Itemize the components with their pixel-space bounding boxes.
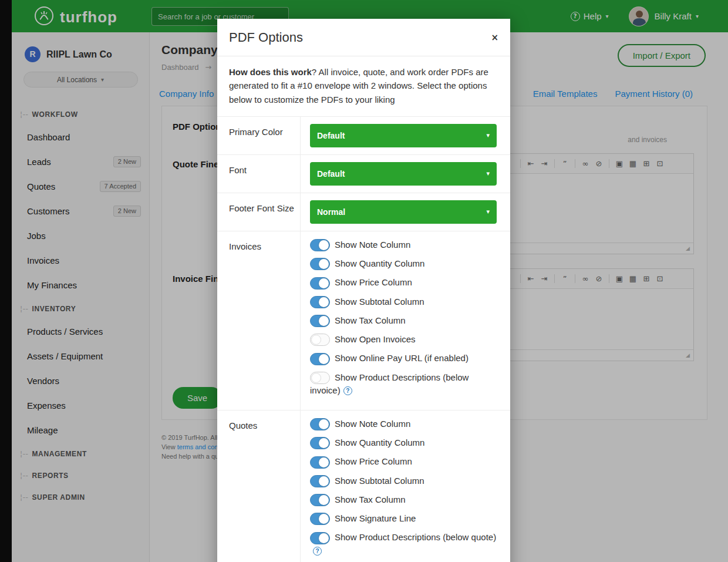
field-label: Font <box>217 155 301 193</box>
toggle-show-signature-line[interactable] <box>310 513 330 525</box>
toggle-row-show-note-column: Show Note Column <box>310 238 501 251</box>
help-icon[interactable]: ? <box>343 386 352 395</box>
toggle-label: Show Price Column <box>335 456 412 466</box>
modal-row-invoices: InvoicesShow Note ColumnShow Quantity Co… <box>217 231 510 410</box>
toggle-row-show-note-column: Show Note Column <box>310 418 501 430</box>
toggle-knob <box>319 354 329 364</box>
toggle-row-show-price-column: Show Price Column <box>310 455 501 468</box>
chevron-down-icon: ▾ <box>486 162 490 186</box>
toggle-label: Show Product Descriptions (below quote) <box>335 532 496 542</box>
toggle-knob <box>311 373 321 383</box>
toggle-label: Show Note Column <box>335 240 410 250</box>
modal-row-quotes: QuotesShow Note ColumnShow Quantity Colu… <box>217 410 510 562</box>
toggle-show-note-column[interactable] <box>310 418 330 430</box>
intro-bold-text: How does this work <box>229 67 312 77</box>
toggle-show-price-column[interactable] <box>310 277 330 290</box>
toggle-knob <box>319 476 329 486</box>
select-value: Default <box>317 124 345 147</box>
select-footer-font-size[interactable]: Normal▾ <box>310 200 497 224</box>
toggle-show-tax-column[interactable] <box>310 315 330 327</box>
toggle-label: Show Tax Column <box>335 315 406 325</box>
toggle-row-show-quantity-column: Show Quantity Column <box>310 257 501 270</box>
toggle-label: Show Price Column <box>335 277 412 287</box>
toggle-show-online-pay-url-if-enabled[interactable] <box>310 353 330 365</box>
field-control: Default▾ <box>301 117 510 154</box>
select-value: Normal <box>317 200 345 224</box>
toggle-label: Show Subtotal Column <box>335 476 424 486</box>
select-font[interactable]: Default▾ <box>310 162 497 186</box>
toggle-row-show-price-column: Show Price Column <box>310 276 501 289</box>
toggle-row-show-quantity-column: Show Quantity Column <box>310 436 501 449</box>
toggle-show-note-column[interactable] <box>310 239 330 251</box>
toggle-label: Show Online Pay URL (if enabled) <box>335 353 469 363</box>
chevron-down-icon: ▾ <box>486 124 490 147</box>
field-label: Primary Color <box>217 117 301 154</box>
toggle-label: Show Subtotal Column <box>335 297 424 307</box>
modal-row-font: FontDefault▾ <box>217 155 510 193</box>
modal-header: PDF Options × <box>217 19 510 56</box>
field-control: Normal▾ <box>301 193 510 231</box>
modal-title: PDF Options <box>229 30 303 45</box>
chevron-down-icon: ▾ <box>486 200 490 224</box>
toggle-knob <box>319 419 329 429</box>
modal-row-primary-color: Primary ColorDefault▾ <box>217 117 510 155</box>
toggle-knob <box>311 335 321 345</box>
help-icon[interactable]: ? <box>313 547 322 556</box>
toggle-show-quantity-column[interactable] <box>310 258 330 270</box>
toggle-show-product-descriptions-below-invoice[interactable] <box>310 372 330 384</box>
toggle-show-subtotal-column[interactable] <box>310 296 330 308</box>
toggle-show-tax-column[interactable] <box>310 494 330 506</box>
toggle-knob <box>319 457 329 467</box>
toggle-knob <box>319 495 329 505</box>
toggle-show-subtotal-column[interactable] <box>310 475 330 487</box>
toggle-row-show-tax-column: Show Tax Column <box>310 314 501 327</box>
toggle-row-show-product-descriptions-below-quote: Show Product Descriptions (below quote)? <box>310 531 501 557</box>
toggle-knob <box>319 438 329 448</box>
field-control: Default▾ <box>301 155 510 193</box>
toggle-row-show-subtotal-column: Show Subtotal Column <box>310 295 501 308</box>
toggle-show-product-descriptions-below-quote[interactable] <box>310 532 330 544</box>
toggle-knob <box>319 533 329 543</box>
toggle-show-price-column[interactable] <box>310 456 330 469</box>
toggle-label: Show Quantity Column <box>335 438 424 447</box>
toggle-list: Show Note ColumnShow Quantity ColumnShow… <box>301 410 510 562</box>
toggle-show-open-invoices[interactable] <box>310 334 330 346</box>
toggle-label: Show Note Column <box>335 419 410 429</box>
toggle-label: Show Open Invoices <box>335 334 416 344</box>
toggle-label: Show Product Descriptions (below invoice… <box>310 372 469 395</box>
group-label: Invoices <box>217 231 301 410</box>
modal-row-footer-font-size: Footer Font SizeNormal▾ <box>217 193 510 231</box>
toggle-row-show-product-descriptions-below-invoice: Show Product Descriptions (below invoice… <box>310 371 501 397</box>
close-icon[interactable]: × <box>491 32 498 43</box>
toggle-knob <box>319 259 329 269</box>
toggle-row-show-signature-line: Show Signature Line <box>310 512 501 525</box>
toggle-row-show-subtotal-column: Show Subtotal Column <box>310 474 501 487</box>
modal-intro: How does this work? All invoice, quote, … <box>217 56 510 117</box>
toggle-label: Show Signature Line <box>335 513 416 523</box>
toggle-row-show-open-invoices: Show Open Invoices <box>310 333 501 346</box>
toggle-knob <box>319 316 329 326</box>
select-primary-color[interactable]: Default▾ <box>310 124 497 147</box>
toggle-show-quantity-column[interactable] <box>310 437 330 449</box>
pdf-options-modal: PDF Options × How does this work? All in… <box>217 19 510 562</box>
toggle-row-show-online-pay-url-if-enabled: Show Online Pay URL (if enabled) <box>310 352 501 365</box>
toggle-knob <box>319 278 329 288</box>
group-label: Quotes <box>217 410 301 562</box>
toggle-label: Show Tax Column <box>335 494 406 504</box>
toggle-row-show-tax-column: Show Tax Column <box>310 493 501 506</box>
toggle-knob <box>319 514 329 524</box>
toggle-list: Show Note ColumnShow Quantity ColumnShow… <box>301 231 510 410</box>
field-label: Footer Font Size <box>217 193 301 231</box>
modal-rows: Primary ColorDefault▾FontDefault▾Footer … <box>217 117 510 562</box>
toggle-knob <box>319 297 329 307</box>
toggle-label: Show Quantity Column <box>335 258 424 268</box>
toggle-knob <box>319 240 329 250</box>
select-value: Default <box>317 162 345 186</box>
